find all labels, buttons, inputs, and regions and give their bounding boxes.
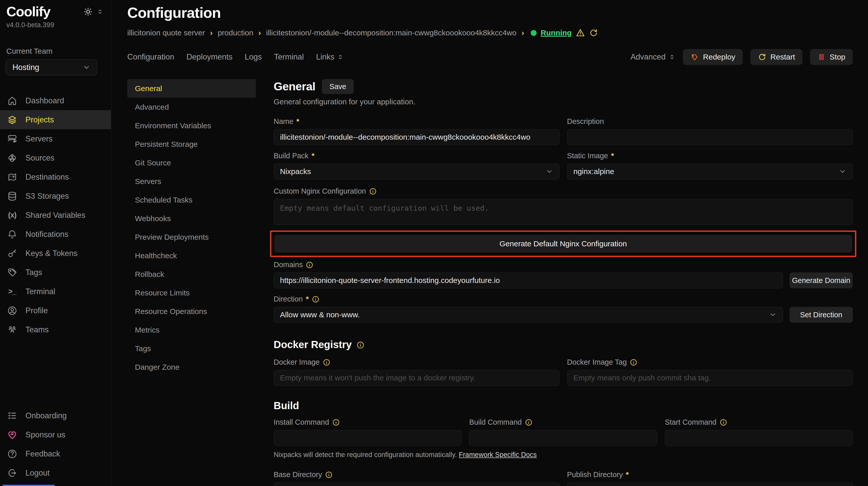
subnav-servers[interactable]: Servers bbox=[127, 172, 256, 191]
subnav-advanced[interactable]: Advanced bbox=[127, 98, 256, 116]
note-text: Nixpacks will detect the required config… bbox=[274, 451, 457, 458]
status-running-link[interactable]: Running bbox=[541, 29, 572, 37]
sidebar-item-teams[interactable]: Teams bbox=[0, 320, 111, 339]
tag-icon bbox=[7, 267, 17, 278]
sidebar-item-onboarding[interactable]: Onboarding bbox=[0, 406, 111, 425]
warning-triangle-icon[interactable] bbox=[576, 28, 585, 37]
sidebar-footer-nav: Onboarding Sponsor us Feedback Logout bbox=[0, 406, 111, 482]
domains-input[interactable] bbox=[274, 272, 783, 288]
static-image-select[interactable]: nginx:alpine bbox=[567, 164, 853, 180]
theme-toggle-sun-icon[interactable] bbox=[84, 7, 93, 16]
subnav-webhooks[interactable]: Webhooks bbox=[127, 209, 256, 228]
sidebar-item-sponsor[interactable]: Sponsor us bbox=[0, 425, 111, 444]
tab-logs[interactable]: Logs bbox=[245, 53, 262, 62]
generate-domain-button[interactable]: Generate Domain bbox=[789, 272, 853, 288]
info-icon[interactable] bbox=[630, 358, 638, 366]
info-icon[interactable] bbox=[356, 341, 364, 349]
info-icon[interactable] bbox=[525, 419, 532, 426]
docker-image-input[interactable] bbox=[274, 370, 559, 386]
subnav-environment-variables[interactable]: Environment Variables bbox=[127, 116, 256, 135]
sidebar-item-servers[interactable]: Servers bbox=[0, 129, 111, 148]
advanced-label: Advanced bbox=[630, 53, 665, 62]
chevron-down-icon bbox=[546, 168, 553, 175]
sidebar-item-keys-tokens[interactable]: Keys & Tokens bbox=[0, 244, 111, 263]
base-directory-input[interactable] bbox=[274, 482, 559, 486]
sidebar-item-profile[interactable]: Profile bbox=[0, 301, 111, 320]
subnav-rollback[interactable]: Rollback bbox=[127, 265, 256, 284]
info-icon[interactable] bbox=[312, 295, 319, 303]
breadcrumb-project[interactable]: illicitonion quote server bbox=[127, 29, 205, 37]
stop-button[interactable]: Stop bbox=[810, 49, 853, 65]
docker-image-tag-label: Docker Image Tag bbox=[567, 358, 627, 366]
direction-select[interactable]: Allow www & non-www. bbox=[274, 307, 783, 323]
name-input[interactable] bbox=[274, 129, 559, 145]
layers-icon bbox=[7, 115, 17, 125]
start-command-input[interactable] bbox=[665, 430, 853, 446]
generate-nginx-config-button[interactable]: Generate Default Nginx Configuration bbox=[274, 235, 852, 252]
variables-icon: (x) bbox=[7, 210, 17, 220]
sidebar-item-terminal[interactable]: >_ Terminal bbox=[0, 282, 111, 301]
refresh-icon[interactable] bbox=[589, 28, 598, 37]
tab-deployments[interactable]: Deployments bbox=[186, 53, 232, 62]
framework-docs-link[interactable]: Framework Specific Docs bbox=[459, 451, 536, 458]
sidebar-item-s3-storages[interactable]: S3 Storages bbox=[0, 187, 111, 205]
subnav-danger-zone[interactable]: Danger Zone bbox=[127, 358, 256, 376]
section-subtitle: General configuration for your applicati… bbox=[274, 97, 853, 106]
custom-nginx-textarea[interactable] bbox=[274, 199, 853, 225]
build-pack-select[interactable]: Nixpacks bbox=[274, 164, 559, 180]
subnav-resource-operations[interactable]: Resource Operations bbox=[127, 302, 256, 321]
subnav-git-source[interactable]: Git Source bbox=[127, 154, 256, 172]
subnav-persistent-storage[interactable]: Persistent Storage bbox=[127, 135, 256, 154]
info-icon[interactable] bbox=[325, 471, 333, 479]
description-input[interactable] bbox=[567, 129, 853, 145]
build-pack-label: Build Pack bbox=[274, 152, 309, 160]
info-icon[interactable] bbox=[720, 419, 727, 426]
tab-configuration[interactable]: Configuration bbox=[127, 53, 174, 62]
subnav-resource-limits[interactable]: Resource Limits bbox=[127, 284, 256, 302]
info-icon[interactable] bbox=[369, 188, 377, 195]
save-button[interactable]: Save bbox=[322, 79, 353, 94]
build-command-input[interactable] bbox=[469, 430, 657, 446]
sidebar-item-destinations[interactable]: Destinations bbox=[0, 167, 111, 187]
sidebar-item-projects[interactable]: Projects bbox=[0, 110, 111, 129]
info-icon[interactable] bbox=[306, 261, 313, 269]
tab-terminal[interactable]: Terminal bbox=[274, 53, 304, 62]
advanced-dropdown[interactable]: Advanced bbox=[630, 53, 675, 62]
sidebar-item-feedback[interactable]: Feedback bbox=[0, 444, 111, 463]
subnav-preview-deployments[interactable]: Preview Deployments bbox=[127, 228, 256, 246]
breadcrumb-environment[interactable]: production bbox=[218, 29, 253, 37]
sidebar-item-label: Keys & Tokens bbox=[26, 249, 78, 258]
info-icon[interactable] bbox=[332, 419, 340, 426]
install-command-input[interactable] bbox=[274, 430, 462, 446]
redeploy-button[interactable]: Redeploy bbox=[683, 49, 743, 65]
subnav-tags[interactable]: Tags bbox=[127, 339, 256, 358]
sidebar-item-label: Servers bbox=[26, 134, 53, 143]
docker-image-tag-input[interactable] bbox=[567, 370, 853, 386]
team-select[interactable]: Hosting bbox=[6, 60, 97, 75]
publish-directory-input[interactable] bbox=[567, 482, 853, 486]
sidebar-item-logout[interactable]: Logout bbox=[0, 463, 111, 482]
sidebar-item-shared-variables[interactable]: (x) Shared Variables bbox=[0, 205, 111, 225]
info-icon[interactable] bbox=[323, 358, 331, 366]
sidebar-item-notifications[interactable]: Notifications bbox=[0, 225, 111, 244]
subnav-scheduled-tasks[interactable]: Scheduled Tasks bbox=[127, 191, 256, 209]
required-asterisk: * bbox=[611, 152, 614, 160]
database-icon bbox=[7, 191, 17, 201]
restart-button[interactable]: Restart bbox=[750, 49, 803, 65]
sidebar-item-dashboard[interactable]: Dashboard bbox=[0, 91, 111, 110]
config-subnav: General Advanced Environment Variables P… bbox=[127, 79, 256, 486]
checklist-icon bbox=[7, 411, 17, 421]
sidebar-collapse-chevrons-icon[interactable] bbox=[97, 8, 103, 15]
subnav-healthcheck[interactable]: Healthcheck bbox=[127, 246, 256, 265]
sidebar-item-sources[interactable]: Sources bbox=[0, 148, 111, 167]
subnav-general[interactable]: General bbox=[127, 79, 256, 98]
sidebar-item-label: Notifications bbox=[26, 230, 68, 239]
sidebar-item-tags[interactable]: Tags bbox=[0, 263, 111, 282]
breadcrumb-application[interactable]: illicitestonion/-module--decomposition:m… bbox=[266, 29, 517, 37]
sidebar-item-label: Projects bbox=[26, 115, 54, 124]
set-direction-button[interactable]: Set Direction bbox=[789, 307, 853, 323]
app-logo: Coolify bbox=[6, 4, 51, 19]
subnav-metrics[interactable]: Metrics bbox=[127, 321, 256, 339]
main-area: Configuration illicitonion quote server … bbox=[111, 0, 868, 486]
tab-links[interactable]: Links bbox=[316, 53, 344, 62]
